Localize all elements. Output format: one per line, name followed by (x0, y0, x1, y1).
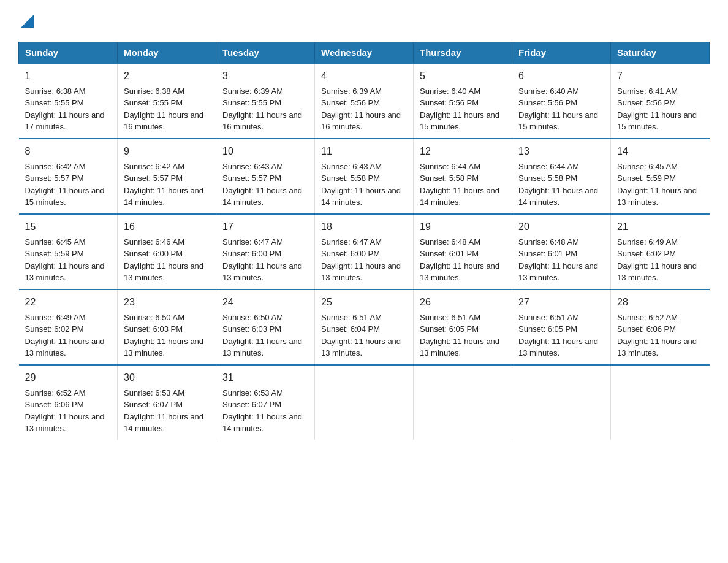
day-info: Sunrise: 6:46 AMSunset: 6:00 PMDaylight:… (124, 237, 203, 283)
logo-triangle-icon (20, 15, 34, 28)
day-info: Sunrise: 6:51 AMSunset: 6:04 PMDaylight:… (321, 313, 401, 358)
day-cell: 13Sunrise: 6:44 AMSunset: 5:58 PMDayligh… (512, 139, 611, 214)
day-number: 1 (25, 69, 112, 83)
header-tuesday: Tuesday (216, 42, 315, 63)
day-info: Sunrise: 6:53 AMSunset: 6:07 PMDaylight:… (222, 388, 302, 434)
day-cell: 15Sunrise: 6:45 AMSunset: 5:59 PMDayligh… (19, 214, 118, 289)
day-info: Sunrise: 6:50 AMSunset: 6:03 PMDaylight:… (124, 313, 203, 358)
day-cell: 28Sunrise: 6:52 AMSunset: 6:06 PMDayligh… (611, 289, 710, 365)
day-info: Sunrise: 6:47 AMSunset: 6:00 PMDaylight:… (222, 237, 302, 283)
day-info: Sunrise: 6:48 AMSunset: 6:01 PMDaylight:… (518, 237, 598, 283)
day-cell: 6Sunrise: 6:40 AMSunset: 5:56 PMDaylight… (512, 63, 611, 139)
day-number: 9 (124, 144, 210, 159)
day-number: 10 (222, 144, 308, 159)
day-number: 8 (25, 144, 112, 159)
week-row-4: 22Sunrise: 6:49 AMSunset: 6:02 PMDayligh… (19, 289, 710, 365)
day-info: Sunrise: 6:39 AMSunset: 5:55 PMDaylight:… (222, 86, 302, 132)
day-cell (414, 365, 512, 440)
header-thursday: Thursday (414, 42, 512, 63)
day-info: Sunrise: 6:48 AMSunset: 6:01 PMDaylight:… (420, 237, 499, 283)
day-cell (512, 365, 611, 440)
day-info: Sunrise: 6:52 AMSunset: 6:06 PMDaylight:… (617, 313, 697, 358)
day-number: 18 (321, 220, 407, 234)
day-cell (315, 365, 414, 440)
day-info: Sunrise: 6:43 AMSunset: 5:57 PMDaylight:… (222, 162, 302, 207)
day-cell: 24Sunrise: 6:50 AMSunset: 6:03 PMDayligh… (216, 289, 315, 365)
day-info: Sunrise: 6:47 AMSunset: 6:00 PMDaylight:… (321, 237, 401, 283)
day-cell: 11Sunrise: 6:43 AMSunset: 5:58 PMDayligh… (315, 139, 414, 214)
header-sunday: Sunday (19, 42, 118, 63)
header-wednesday: Wednesday (315, 42, 414, 63)
day-info: Sunrise: 6:49 AMSunset: 6:02 PMDaylight:… (617, 237, 697, 283)
day-number: 22 (25, 295, 112, 310)
day-cell: 30Sunrise: 6:53 AMSunset: 6:07 PMDayligh… (118, 365, 216, 440)
day-number: 30 (124, 370, 210, 385)
day-info: Sunrise: 6:51 AMSunset: 6:05 PMDaylight:… (420, 313, 499, 358)
header-monday: Monday (118, 42, 216, 63)
day-info: Sunrise: 6:40 AMSunset: 5:56 PMDaylight:… (518, 86, 598, 132)
day-cell: 31Sunrise: 6:53 AMSunset: 6:07 PMDayligh… (216, 365, 315, 440)
day-info: Sunrise: 6:53 AMSunset: 6:07 PMDaylight:… (124, 388, 203, 434)
day-info: Sunrise: 6:41 AMSunset: 5:56 PMDaylight:… (617, 86, 697, 132)
day-cell: 16Sunrise: 6:46 AMSunset: 6:00 PMDayligh… (118, 214, 216, 289)
week-row-3: 15Sunrise: 6:45 AMSunset: 5:59 PMDayligh… (19, 214, 710, 289)
day-info: Sunrise: 6:43 AMSunset: 5:58 PMDaylight:… (321, 162, 401, 207)
day-number: 5 (420, 69, 506, 83)
day-cell: 21Sunrise: 6:49 AMSunset: 6:02 PMDayligh… (611, 214, 710, 289)
day-number: 3 (222, 69, 308, 83)
day-info: Sunrise: 6:39 AMSunset: 5:56 PMDaylight:… (321, 86, 401, 132)
day-info: Sunrise: 6:49 AMSunset: 6:02 PMDaylight:… (25, 313, 105, 358)
day-info: Sunrise: 6:42 AMSunset: 5:57 PMDaylight:… (124, 162, 203, 207)
day-number: 28 (617, 295, 703, 310)
header-row: SundayMondayTuesdayWednesdayThursdayFrid… (19, 42, 710, 63)
day-cell: 8Sunrise: 6:42 AMSunset: 5:57 PMDaylight… (19, 139, 118, 214)
day-cell: 10Sunrise: 6:43 AMSunset: 5:57 PMDayligh… (216, 139, 315, 214)
day-info: Sunrise: 6:44 AMSunset: 5:58 PMDaylight:… (518, 162, 598, 207)
day-info: Sunrise: 6:50 AMSunset: 6:03 PMDaylight:… (222, 313, 302, 358)
calendar-table: SundayMondayTuesdayWednesdayThursdayFrid… (18, 42, 710, 440)
day-cell: 25Sunrise: 6:51 AMSunset: 6:04 PMDayligh… (315, 289, 414, 365)
day-info: Sunrise: 6:38 AMSunset: 5:55 PMDaylight:… (124, 86, 203, 132)
day-info: Sunrise: 6:45 AMSunset: 5:59 PMDaylight:… (25, 237, 105, 283)
day-cell: 4Sunrise: 6:39 AMSunset: 5:56 PMDaylight… (315, 63, 414, 139)
day-number: 13 (518, 144, 604, 159)
day-cell: 19Sunrise: 6:48 AMSunset: 6:01 PMDayligh… (414, 214, 512, 289)
day-number: 27 (518, 295, 604, 310)
day-number: 6 (518, 69, 604, 83)
day-number: 19 (420, 220, 506, 234)
header-friday: Friday (512, 42, 611, 63)
day-cell: 20Sunrise: 6:48 AMSunset: 6:01 PMDayligh… (512, 214, 611, 289)
day-cell: 27Sunrise: 6:51 AMSunset: 6:05 PMDayligh… (512, 289, 611, 365)
day-number: 4 (321, 69, 407, 83)
svg-marker-0 (20, 15, 34, 28)
day-number: 26 (420, 295, 506, 310)
week-row-2: 8Sunrise: 6:42 AMSunset: 5:57 PMDaylight… (19, 139, 710, 214)
day-number: 20 (518, 220, 604, 234)
day-cell: 2Sunrise: 6:38 AMSunset: 5:55 PMDaylight… (118, 63, 216, 139)
header-saturday: Saturday (611, 42, 710, 63)
day-info: Sunrise: 6:38 AMSunset: 5:55 PMDaylight:… (25, 86, 105, 132)
day-cell: 29Sunrise: 6:52 AMSunset: 6:06 PMDayligh… (19, 365, 118, 440)
day-cell: 5Sunrise: 6:40 AMSunset: 5:56 PMDaylight… (414, 63, 512, 139)
day-number: 14 (617, 144, 703, 159)
day-info: Sunrise: 6:51 AMSunset: 6:05 PMDaylight:… (518, 313, 598, 358)
day-cell: 12Sunrise: 6:44 AMSunset: 5:58 PMDayligh… (414, 139, 512, 214)
day-number: 11 (321, 144, 407, 159)
day-number: 17 (222, 220, 308, 234)
day-cell: 17Sunrise: 6:47 AMSunset: 6:00 PMDayligh… (216, 214, 315, 289)
day-number: 7 (617, 69, 703, 83)
day-cell: 26Sunrise: 6:51 AMSunset: 6:05 PMDayligh… (414, 289, 512, 365)
day-info: Sunrise: 6:42 AMSunset: 5:57 PMDaylight:… (25, 162, 105, 207)
day-cell: 7Sunrise: 6:41 AMSunset: 5:56 PMDaylight… (611, 63, 710, 139)
week-row-5: 29Sunrise: 6:52 AMSunset: 6:06 PMDayligh… (19, 365, 710, 440)
day-number: 15 (25, 220, 112, 234)
day-info: Sunrise: 6:40 AMSunset: 5:56 PMDaylight:… (420, 86, 499, 132)
week-row-1: 1Sunrise: 6:38 AMSunset: 5:55 PMDaylight… (19, 63, 710, 139)
day-number: 24 (222, 295, 308, 310)
page-header (18, 12, 710, 31)
day-info: Sunrise: 6:45 AMSunset: 5:59 PMDaylight:… (617, 162, 697, 207)
day-number: 12 (420, 144, 506, 159)
day-cell: 3Sunrise: 6:39 AMSunset: 5:55 PMDaylight… (216, 63, 315, 139)
day-cell (611, 365, 710, 440)
day-number: 25 (321, 295, 407, 310)
